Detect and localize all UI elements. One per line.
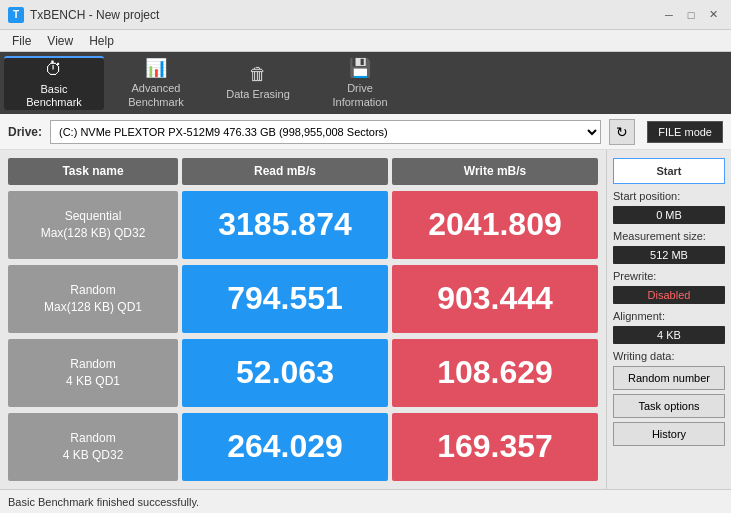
toolbar-advanced-benchmark[interactable]: 📊 AdvancedBenchmark (106, 56, 206, 110)
benchmark-area: Task name Read mB/s Write mB/s Sequentia… (0, 150, 606, 489)
side-panel: Start Start position: 0 MB Measurement s… (606, 150, 731, 489)
title-bar: T TxBENCH - New project ─ □ ✕ (0, 0, 731, 30)
row4-task: Random4 KB QD32 (8, 413, 178, 481)
drive-information-label: DriveInformation (332, 82, 387, 108)
data-erasing-icon: 🗑 (249, 64, 267, 85)
drive-select[interactable]: (C:) NVMe PLEXTOR PX-512M9 476.33 GB (99… (50, 120, 601, 144)
menu-view[interactable]: View (39, 32, 81, 50)
row2-read: 794.551 (182, 265, 388, 333)
prewrite-value: Disabled (613, 286, 725, 304)
row3-read: 52.063 (182, 339, 388, 407)
status-bar: Basic Benchmark finished successfully. (0, 489, 731, 513)
start-button[interactable]: Start (613, 158, 725, 184)
header-write: Write mB/s (392, 158, 598, 185)
window-controls: ─ □ ✕ (659, 5, 723, 25)
row1-task: SequentialMax(128 KB) QD32 (8, 191, 178, 259)
basic-benchmark-label: BasicBenchmark (26, 83, 82, 109)
toolbar-basic-benchmark[interactable]: ⏱ BasicBenchmark (4, 56, 104, 110)
drive-information-icon: 💾 (349, 57, 371, 79)
menu-file[interactable]: File (4, 32, 39, 50)
advanced-benchmark-icon: 📊 (145, 57, 167, 79)
row1-write: 2041.809 (392, 191, 598, 259)
main-area: Task name Read mB/s Write mB/s Sequentia… (0, 150, 731, 489)
toolbar-drive-information[interactable]: 💾 DriveInformation (310, 56, 410, 110)
drive-label: Drive: (8, 125, 42, 139)
start-position-value: 0 MB (613, 206, 725, 224)
status-text: Basic Benchmark finished successfully. (8, 496, 199, 508)
alignment-value: 4 KB (613, 326, 725, 344)
data-erasing-label: Data Erasing (226, 88, 290, 101)
minimize-button[interactable]: ─ (659, 5, 679, 25)
table-header: Task name Read mB/s Write mB/s (8, 158, 598, 185)
header-read: Read mB/s (182, 158, 388, 185)
row4-write: 169.357 (392, 413, 598, 481)
row2-task: RandomMax(128 KB) QD1 (8, 265, 178, 333)
app-icon: T (8, 7, 24, 23)
toolbar-data-erasing[interactable]: 🗑 Data Erasing (208, 56, 308, 110)
window-title: TxBENCH - New project (30, 8, 659, 22)
prewrite-label: Prewrite: (613, 270, 725, 282)
row4-read: 264.029 (182, 413, 388, 481)
table-row: Random4 KB QD32 264.029 169.357 (8, 413, 598, 481)
measurement-size-value: 512 MB (613, 246, 725, 264)
task-options-button[interactable]: Task options (613, 394, 725, 418)
menu-bar: File View Help (0, 30, 731, 52)
row3-task: Random4 KB QD1 (8, 339, 178, 407)
file-mode-button[interactable]: FILE mode (647, 121, 723, 143)
maximize-button[interactable]: □ (681, 5, 701, 25)
drive-bar: Drive: (C:) NVMe PLEXTOR PX-512M9 476.33… (0, 114, 731, 150)
start-position-label: Start position: (613, 190, 725, 202)
writing-data-label: Writing data: (613, 350, 725, 362)
history-button[interactable]: History (613, 422, 725, 446)
toolbar: ⏱ BasicBenchmark 📊 AdvancedBenchmark 🗑 D… (0, 52, 731, 114)
row3-write: 108.629 (392, 339, 598, 407)
table-row: Random4 KB QD1 52.063 108.629 (8, 339, 598, 407)
basic-benchmark-icon: ⏱ (45, 59, 63, 80)
menu-help[interactable]: Help (81, 32, 122, 50)
writing-data-button[interactable]: Random number (613, 366, 725, 390)
table-row: SequentialMax(128 KB) QD32 3185.874 2041… (8, 191, 598, 259)
row2-write: 903.444 (392, 265, 598, 333)
measurement-size-label: Measurement size: (613, 230, 725, 242)
table-row: RandomMax(128 KB) QD1 794.551 903.444 (8, 265, 598, 333)
advanced-benchmark-label: AdvancedBenchmark (128, 82, 184, 108)
drive-refresh-button[interactable]: ↻ (609, 119, 635, 145)
alignment-label: Alignment: (613, 310, 725, 322)
row1-read: 3185.874 (182, 191, 388, 259)
header-task: Task name (8, 158, 178, 185)
close-button[interactable]: ✕ (703, 5, 723, 25)
